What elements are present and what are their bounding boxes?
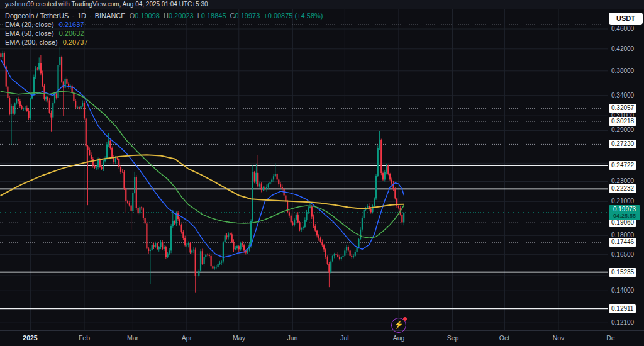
- price-chart-canvas[interactable]: [0, 0, 644, 346]
- currency-toggle-button[interactable]: USDT: [609, 13, 643, 25]
- change-value: +0.00875 (+4.58%): [264, 12, 323, 20]
- symbol-title[interactable]: Dogecoin / TetherUS: [5, 12, 69, 20]
- price-grid-label: 0.29000: [611, 126, 634, 135]
- time-axis-label: Aug: [393, 334, 405, 342]
- price-grid-label: 0.38000: [611, 67, 634, 75]
- level-price-label[interactable]: 0.17446: [609, 238, 636, 247]
- price-grid-label: 0.16500: [611, 250, 634, 259]
- interval-label[interactable]: 1D: [77, 12, 86, 20]
- price-axis[interactable]: 0.460000.420000.380000.340000.310000.290…: [608, 0, 644, 330]
- price-grid-label: 0.46000: [611, 25, 634, 33]
- ema200-label: EMA (200, close): [5, 38, 58, 46]
- level-price-label[interactable]: 0.30218: [609, 117, 636, 126]
- exchange-label[interactable]: BINANCE: [95, 12, 126, 20]
- high-label: H: [164, 12, 169, 20]
- indicator-row-ema200[interactable]: EMA (200, close) 0.20737: [5, 38, 323, 47]
- price-grid-label: 0.12100: [611, 318, 634, 327]
- last-price-label[interactable]: 0.1997304:25:55: [609, 205, 640, 220]
- notification-dot: [403, 317, 407, 321]
- separator: ·: [89, 12, 92, 20]
- high-value: 0.20023: [169, 12, 194, 20]
- level-price-label[interactable]: 0.27230: [609, 140, 636, 148]
- price-grid-label: 0.21000: [611, 197, 634, 206]
- time-axis-label: Feb: [79, 334, 90, 342]
- price-grid-label: 0.14000: [611, 286, 634, 295]
- ema20-line: [1, 60, 404, 257]
- level-price-label[interactable]: 0.32057: [609, 104, 636, 113]
- time-axis-label: Sep: [447, 334, 459, 342]
- ema20-label: EMA (20, close): [5, 21, 54, 28]
- time-axis-label: Jul: [340, 334, 348, 342]
- ema50-value: 0.20632: [59, 30, 84, 37]
- time-axis-label: Nov: [553, 334, 565, 342]
- open-label: O: [130, 12, 135, 20]
- ema200-value: 0.20737: [63, 38, 88, 46]
- attribution-bar: yashnm99 created with TradingView.com, A…: [0, 0, 644, 9]
- time-axis-label: Mar: [127, 334, 138, 342]
- price-grid-label: 0.42000: [611, 45, 634, 53]
- ema50-line: [1, 92, 404, 238]
- close-value: 0.19973: [235, 12, 260, 20]
- ema20-value: 0.21637: [59, 21, 84, 28]
- grid-lines: [0, 9, 608, 330]
- tradingview-chart-window: yashnm99 created with TradingView.com, A…: [0, 0, 644, 346]
- last-price-value: 0.19973: [610, 206, 639, 213]
- ema50-label: EMA (50, close): [5, 30, 54, 37]
- bar-countdown: 04:25:55: [610, 213, 639, 220]
- open-value: 0.19098: [135, 12, 160, 20]
- price-grid-label: 0.34000: [611, 91, 634, 100]
- horizontal-level-lines[interactable]: [0, 25, 608, 308]
- level-price-label[interactable]: 0.15235: [609, 268, 636, 277]
- time-axis-label: Jun: [287, 334, 298, 342]
- time-axis-label: May: [233, 334, 245, 342]
- separator: ·: [72, 12, 74, 20]
- time-axis-label: De: [606, 334, 614, 342]
- indicator-row-ema50[interactable]: EMA (50, close) 0.20632: [5, 29, 323, 38]
- close-label: C: [230, 12, 235, 20]
- level-price-label[interactable]: 0.12911: [609, 304, 636, 313]
- low-value: 0.18845: [201, 12, 226, 20]
- ema-lines[interactable]: [1, 60, 404, 257]
- indicator-row-ema20[interactable]: EMA (20, close) 0.21637: [5, 20, 323, 29]
- level-price-label[interactable]: 0.22232: [609, 184, 636, 193]
- time-axis[interactable]: 2025FebMarAprMayJunJulAugSepOctNovDe: [0, 330, 644, 346]
- time-axis-label: Apr: [182, 334, 192, 342]
- chart-legend: Dogecoin / TetherUS · 1D · BINANCE O 0.1…: [5, 11, 323, 47]
- level-price-label[interactable]: 0.24722: [609, 161, 636, 170]
- legend-symbol-row: Dogecoin / TetherUS · 1D · BINANCE O 0.1…: [5, 11, 323, 20]
- time-axis-label: Oct: [499, 334, 509, 342]
- time-axis-label: 2025: [23, 334, 37, 342]
